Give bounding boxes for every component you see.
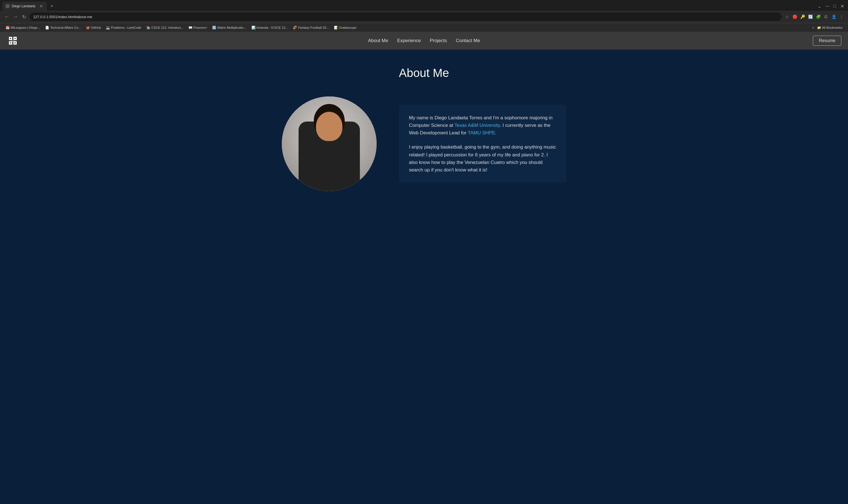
main-content: About Me xyxy=(271,50,577,214)
resume-button[interactable]: Resume xyxy=(813,36,841,46)
nav-links: About Me Experience Projects Contact Me xyxy=(368,38,480,43)
bookmark-label: Fantasy Football 20... xyxy=(298,26,329,29)
new-tab-button[interactable]: + xyxy=(48,2,56,10)
bookmark-label: Gradescope xyxy=(339,26,357,29)
browser-chrome: Diego Landaeta ✕ + ⌄ ─ □ ✕ ← → ↻ ☆ 🔴 🔑 🔄… xyxy=(0,0,848,32)
svg-text:TAM: TAM xyxy=(11,40,15,42)
tab-search-icon[interactable]: ⌄ xyxy=(816,4,823,9)
svg-rect-7 xyxy=(15,42,16,43)
bookmark-favicon: 🐙 xyxy=(86,26,90,30)
about-container: My name is Diego Landaeta Torres and I'm… xyxy=(282,96,566,191)
profile-image-container xyxy=(282,96,377,191)
svg-rect-4 xyxy=(10,38,11,39)
bookmarks-bar: 📅 IMLeagues | Diego... 📄 Technical Affai… xyxy=(0,23,848,32)
address-bar: ← → ↻ ☆ 🔴 🔑 🔄 🧩 G 👤 ⋮ xyxy=(0,11,848,23)
bookmark-imleagues[interactable]: 📅 IMLeagues | Diego... xyxy=(3,25,42,30)
about-bio-card: My name is Diego Landaeta Torres and I'm… xyxy=(399,105,566,183)
bookmark-favicon: 📄 xyxy=(45,26,49,30)
svg-point-18 xyxy=(334,132,335,133)
bookmark-matrix[interactable]: 🔢 Matrix Multiplicatio... xyxy=(210,25,248,30)
nav-about-me[interactable]: About Me xyxy=(368,38,388,43)
tab-title: Diego Landaeta xyxy=(12,4,37,8)
profile-icon[interactable]: 👤 xyxy=(831,14,837,20)
svg-rect-11 xyxy=(326,140,332,148)
bookmark-favicon: 📚 xyxy=(146,26,150,30)
site-navigation: TAM About Me Experience Projects Contact… xyxy=(0,32,848,50)
close-button[interactable]: ✕ xyxy=(839,4,846,9)
bookmark-label: Matrix Multiplicatio... xyxy=(217,26,246,29)
bookmark-fantasy[interactable]: 🏈 Fantasy Football 20... xyxy=(291,25,331,30)
bookmark-label: GitHub xyxy=(91,26,101,29)
bookmark-favicon: 📝 xyxy=(334,26,338,30)
bookmark-pearson[interactable]: 📖 Pearson+ xyxy=(186,25,210,30)
back-button[interactable]: ← xyxy=(3,13,10,20)
svg-point-19 xyxy=(312,129,317,136)
password-icon[interactable]: 🔑 xyxy=(799,14,806,20)
minimize-button[interactable]: ─ xyxy=(824,4,830,8)
bio-text-end: . xyxy=(495,130,497,136)
svg-point-12 xyxy=(315,116,344,149)
browser-extension-icon[interactable]: 🔴 xyxy=(792,14,798,20)
bookmark-label: Technical Affairs Co... xyxy=(50,26,81,29)
tab-bar: Diego Landaeta ✕ + ⌄ ─ □ ✕ xyxy=(0,0,848,11)
nav-projects[interactable]: Projects xyxy=(430,38,447,43)
bookmark-holanda[interactable]: 📊 Holanda - ICSCE 12... xyxy=(249,25,290,30)
website-content: TAM About Me Experience Projects Contact… xyxy=(0,32,848,214)
bookmark-favicon: 🏈 xyxy=(293,26,297,30)
bookmark-label: Holanda - ICSCE 12... xyxy=(256,26,288,29)
svg-point-13 xyxy=(323,130,326,135)
nav-experience[interactable]: Experience xyxy=(397,38,421,43)
site-logo[interactable]: TAM xyxy=(7,35,19,47)
bookmarks-more-icon[interactable]: » xyxy=(812,26,814,30)
bookmark-gradescope[interactable]: 📝 Gradescope xyxy=(332,25,359,30)
bookmark-star-icon[interactable]: ☆ xyxy=(784,14,790,20)
bookmark-leetcode[interactable]: 💻 Problems - LeetCode xyxy=(104,25,144,30)
forward-button[interactable]: → xyxy=(12,13,19,20)
svg-point-14 xyxy=(332,130,336,135)
svg-point-17 xyxy=(324,132,326,133)
svg-point-16 xyxy=(333,131,335,134)
sync-icon[interactable]: 🔄 xyxy=(807,14,813,20)
tamu-link[interactable]: Texas A&M University xyxy=(454,123,500,128)
folder-icon: 📁 xyxy=(817,26,821,30)
shpe-link[interactable]: TAMU SHPE xyxy=(468,130,495,136)
bookmark-label: Pearson+ xyxy=(194,26,208,29)
svg-point-20 xyxy=(342,129,346,136)
puzzle-icon[interactable]: 🧩 xyxy=(815,14,821,20)
profile-svg xyxy=(282,96,377,191)
bookmark-github[interactable]: 🐙 GitHub xyxy=(84,25,103,30)
svg-point-15 xyxy=(324,131,326,134)
maximize-button[interactable]: □ xyxy=(832,4,838,8)
active-tab[interactable]: Diego Landaeta ✕ xyxy=(2,2,47,11)
nav-contact-me[interactable]: Contact Me xyxy=(456,38,480,43)
menu-icon[interactable]: ⋮ xyxy=(838,14,845,20)
bookmark-favicon: 📊 xyxy=(251,26,255,30)
svg-rect-5 xyxy=(15,38,16,39)
bookmark-favicon: 🔢 xyxy=(212,26,216,30)
bookmark-technical[interactable]: 📄 Technical Affairs Co... xyxy=(43,25,83,30)
page-title: About Me xyxy=(282,66,566,80)
google-icon[interactable]: G xyxy=(823,14,829,20)
tab-controls: ⌄ ─ □ ✕ xyxy=(816,4,846,9)
url-input[interactable] xyxy=(29,13,782,21)
tab-favicon xyxy=(5,4,10,8)
all-bookmarks-label: All Bookmarks xyxy=(822,26,843,29)
all-bookmarks-button[interactable]: 📁 All Bookmarks xyxy=(815,25,845,30)
svg-rect-6 xyxy=(10,42,11,43)
bookmark-favicon: 📅 xyxy=(5,26,10,30)
bookmark-favicon: 📖 xyxy=(188,26,192,30)
bookmark-label: Problems - LeetCode xyxy=(111,26,141,29)
tamu-logo-icon: TAM xyxy=(8,36,18,46)
bookmark-label: IMLeagues | Diego... xyxy=(11,26,40,29)
profile-image xyxy=(282,96,377,191)
bookmark-label: CSCE 121: Introduct... xyxy=(151,26,183,29)
svg-point-10 xyxy=(282,96,377,191)
tab-close-button[interactable]: ✕ xyxy=(39,4,43,8)
bio-paragraph-1: My name is Diego Landaeta Torres and I'm… xyxy=(409,114,556,137)
bookmark-favicon: 💻 xyxy=(106,26,110,30)
toolbar-icons: ☆ 🔴 🔑 🔄 🧩 G 👤 ⋮ xyxy=(784,14,845,20)
reload-button[interactable]: ↻ xyxy=(21,13,27,21)
bio-paragraph-2: I enjoy playing basketball, going to the… xyxy=(409,143,556,174)
bookmark-csce[interactable]: 📚 CSCE 121: Introduct... xyxy=(144,25,186,30)
